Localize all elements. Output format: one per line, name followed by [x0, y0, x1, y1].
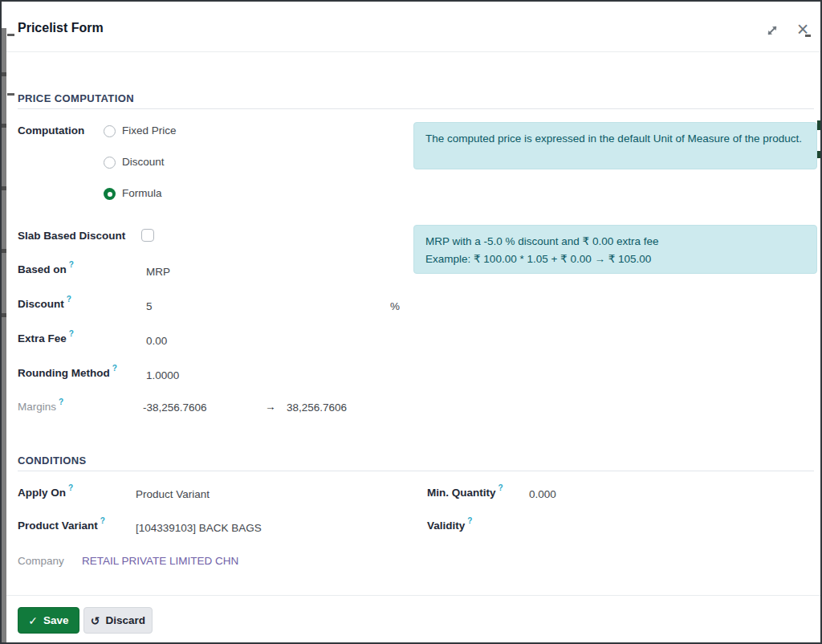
help-icon[interactable]: ? — [498, 483, 503, 492]
discount-label: Discount? — [18, 298, 71, 310]
rounding-method-value[interactable]: 1.0000 — [146, 369, 179, 381]
discard-button[interactable]: ↺ Discard — [83, 607, 153, 634]
background-fragment — [817, 151, 820, 158]
company-link[interactable]: RETAIL PRIVATE LIMITED CHN — [82, 555, 238, 567]
discount-value[interactable]: 5 — [146, 300, 153, 312]
expand-icon[interactable] — [764, 22, 782, 40]
based-on-label: Based on? — [18, 263, 74, 275]
scrollbar-mark — [2, 124, 6, 128]
margins-min-value[interactable]: -38,256.7606 — [143, 401, 207, 414]
apply-on-value[interactable]: Product Variant — [136, 488, 210, 500]
help-icon[interactable]: ? — [69, 260, 74, 269]
product-variant-label: Product Variant? — [18, 520, 105, 532]
company-label: Company — [18, 555, 64, 567]
product-variant-value[interactable]: [104339103] BACK BAGS — [136, 522, 262, 534]
min-quantity-value[interactable]: 0.000 — [529, 488, 556, 500]
save-button[interactable]: ✓ Save — [18, 607, 79, 634]
margins-max-value[interactable]: 38,256.7606 — [287, 401, 347, 414]
slab-discount-label: Slab Based Discount — [18, 230, 125, 242]
background-fragment — [7, 93, 14, 96]
arrow-right-icon: → — [265, 401, 276, 413]
scrollbar-mark — [2, 72, 6, 76]
uom-info-box: The computed price is expressed in the d… — [413, 122, 817, 169]
pricelist-form-dialog: Pricelist Form × PRICE COMPUTATION Compu… — [0, 0, 822, 644]
undo-icon: ↺ — [91, 614, 100, 627]
scrollbar-mark — [2, 186, 6, 190]
validity-label: Validity? — [427, 520, 472, 532]
uom-info-text: The computed price is expressed in the d… — [425, 132, 802, 145]
rounding-method-label: Rounding Method? — [18, 367, 117, 379]
formula-info-line1: MRP with a -5.0 % discount and ₹ 0.00 ex… — [425, 233, 805, 251]
based-on-value[interactable]: MRP — [146, 266, 170, 278]
radio-discount[interactable] — [104, 157, 116, 169]
radio-fixed-price[interactable] — [104, 125, 116, 137]
scrollbar-mark — [2, 249, 6, 253]
check-icon: ✓ — [28, 614, 38, 627]
help-icon[interactable]: ? — [68, 483, 73, 492]
extra-fee-value[interactable]: 0.00 — [146, 335, 167, 347]
slab-discount-checkbox[interactable] — [141, 229, 154, 242]
radio-formula[interactable] — [104, 188, 116, 200]
min-quantity-label: Min. Quantity? — [427, 487, 503, 499]
discard-button-label: Discard — [106, 614, 146, 626]
radio-fixed-price-label[interactable]: Fixed Price — [122, 124, 177, 137]
help-icon[interactable]: ? — [67, 295, 71, 304]
margins-label: Margins? — [18, 401, 63, 413]
section-price-computation: PRICE COMPUTATION — [18, 92, 134, 104]
computation-label: Computation — [18, 124, 84, 137]
dialog-title: Pricelist Form — [18, 21, 104, 35]
help-icon[interactable]: ? — [59, 397, 63, 406]
radio-formula-label[interactable]: Formula — [122, 187, 162, 199]
apply-on-label: Apply On? — [18, 487, 73, 499]
background-page-scrollbar — [2, 28, 6, 642]
help-icon[interactable]: ? — [467, 516, 472, 525]
discount-suffix: % — [390, 300, 400, 312]
header-divider — [2, 51, 820, 52]
background-fragment — [817, 120, 820, 130]
section-divider — [18, 471, 814, 471]
extra-fee-label: Extra Fee? — [18, 332, 74, 344]
background-fragment — [7, 34, 14, 36]
formula-info-line2: Example: ₹ 100.00 * 1.05 + ₹ 0.00 → ₹ 10… — [425, 251, 805, 268]
scrollbar-mark — [2, 313, 6, 317]
background-fragment — [805, 35, 811, 37]
help-icon[interactable]: ? — [100, 516, 105, 525]
section-conditions: CONDITIONS — [18, 454, 87, 467]
help-icon[interactable]: ? — [112, 364, 117, 373]
footer-divider — [2, 595, 820, 596]
formula-info-box: MRP with a -5.0 % discount and ₹ 0.00 ex… — [413, 225, 817, 274]
save-button-label: Save — [43, 614, 69, 626]
radio-discount-label[interactable]: Discount — [122, 156, 165, 168]
help-icon[interactable]: ? — [69, 329, 74, 338]
section-divider — [18, 108, 814, 109]
